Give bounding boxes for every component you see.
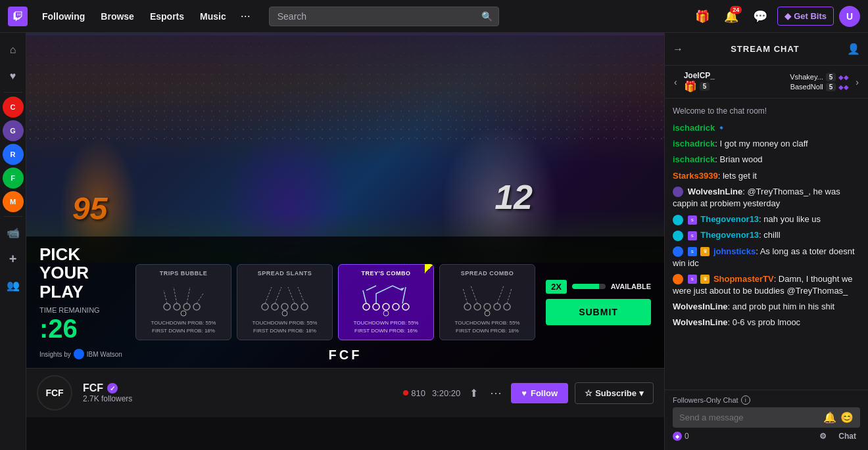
play-diagram-spread-slants	[255, 281, 314, 317]
music-nav[interactable]: Music	[193, 7, 233, 26]
chat-username-ischadrick-3[interactable]: ischadrick	[673, 154, 715, 164]
bell-icon[interactable]: 🔔	[823, 411, 836, 424]
video-background: 95 12 PICK YOUR PLAY TIME REMAINING :	[26, 33, 664, 368]
svg-line-36	[471, 286, 477, 304]
chat-username-thegovenor-2[interactable]: Thegovenor13	[700, 230, 759, 240]
chat-text-10: : and prob put him in his shit	[728, 302, 835, 311]
chat-username-ischadrick-1[interactable]: ischadrick	[673, 123, 715, 133]
chat-user-icon[interactable]: 👤	[847, 43, 860, 55]
chat-text-2: : I got my money on claff	[715, 139, 808, 148]
sidebar-video-icon[interactable]: 📹	[1, 221, 25, 244]
sidebar-channel-avatar-4[interactable]: F	[3, 168, 24, 189]
play-diagram-treys-combo	[356, 281, 416, 317]
play-submit-panel: 2X AVAILABLE SUBMIT	[546, 280, 651, 325]
svg-point-30	[474, 304, 481, 310]
search-input[interactable]	[269, 7, 499, 26]
chat-settings-row: ◆ 0 ⚙ Chat	[673, 428, 860, 445]
channel-followers: 2.7K followers	[83, 394, 393, 403]
chat-avatar-johnsticks	[673, 246, 683, 257]
chat-username-wolvesinline-1[interactable]: WolvesInLine	[688, 187, 743, 196]
gift-count-left: 5	[700, 82, 710, 91]
play-stats-trips-bubble: TOUCHDOWN PROB: 55%FIRST DOWN PROB: 18%	[151, 319, 216, 334]
sidebar-divider-1	[4, 92, 22, 93]
gift-next-button[interactable]: ›	[854, 76, 860, 89]
gift-prev-button[interactable]: ‹	[673, 76, 679, 89]
svg-line-37	[497, 286, 504, 304]
play-diagram-spread-combo	[458, 281, 517, 317]
follow-button[interactable]: ♥ Follow	[511, 383, 568, 403]
sidebar-home-icon[interactable]: ⌂	[1, 38, 25, 62]
chat-title: STREAM CHAT	[731, 44, 800, 54]
svg-line-25	[363, 290, 366, 304]
browse-nav[interactable]: Browse	[94, 7, 141, 26]
bits-count: 0	[685, 432, 689, 441]
twitch-logo[interactable]	[8, 7, 28, 26]
play-card-spread-slants[interactable]: SPREAD SLANTS	[237, 264, 333, 340]
svg-line-16	[275, 287, 281, 304]
chat-collapse-button[interactable]: →	[673, 43, 683, 55]
info-icon[interactable]: i	[741, 395, 750, 405]
chat-message-6: s Thegovenor13: nah you like us	[673, 214, 860, 225]
play-name-spread-combo: SPREAD COMBO	[461, 270, 514, 277]
video-player[interactable]: 95 12 PICK YOUR PLAY TIME REMAINING :	[26, 33, 664, 368]
notifications-button[interactable]: 🔔 24	[719, 5, 743, 28]
chat-username-ischadrick-2[interactable]: ischadrick	[673, 139, 715, 148]
play-stats-spread-combo: TOUCHDOWN PROB: 55%FIRST DOWN PROB: 18%	[455, 319, 520, 334]
twitch-icon	[12, 11, 24, 22]
bits-icon-counter: ◆	[673, 432, 682, 441]
svg-point-20	[373, 304, 379, 310]
play-card-spread-combo[interactable]: SPREAD COMBO	[439, 264, 535, 340]
gift-icon: 🎁	[684, 80, 697, 93]
sidebar-channel-avatar-5[interactable]: M	[3, 191, 24, 212]
chat-badge-sub-2: s	[688, 231, 697, 240]
chat-username-wolvesinline-2[interactable]: WolvesInLine	[673, 302, 728, 311]
chat-message-8: s ♛ johnsticks: As long as a toter doesn…	[673, 246, 860, 269]
chat-message-input[interactable]	[679, 413, 819, 422]
time-value: :26	[39, 314, 125, 344]
channel-logo[interactable]: FCF	[37, 375, 72, 411]
sidebar-channel-avatar-3[interactable]: R	[3, 144, 24, 165]
svg-point-4	[181, 311, 186, 316]
submit-button[interactable]: SUBMIT	[546, 299, 651, 325]
chat-username-starks[interactable]: Starks3939	[673, 171, 718, 181]
chat-username-johnsticks[interactable]: johnsticks	[713, 246, 756, 256]
gift-button[interactable]: 🎁	[690, 5, 714, 28]
chat-message-4: Starks3939: lets get it	[673, 170, 860, 182]
chat-username-shopmaster[interactable]: ShopmasterTV	[713, 274, 774, 284]
subscribe-button[interactable]: ☆ Subscribe ▾	[575, 382, 654, 404]
gift-username-left: JoelCP_	[684, 71, 785, 80]
emote-icon[interactable]: 😊	[840, 411, 854, 424]
chat-send-button[interactable]: Chat	[834, 430, 860, 442]
sidebar-channel-avatar-1[interactable]: C	[3, 97, 24, 118]
available-label: AVAILABLE	[611, 282, 651, 290]
following-nav[interactable]: Following	[36, 7, 91, 26]
chat-username-wolvesinline-3[interactable]: WolvesInLine	[673, 317, 728, 327]
bits-icon-small-2: ◆◆	[838, 83, 849, 91]
play-name-treys-combo: TREY'S COMBO	[361, 270, 410, 277]
chat-text-6: : nah you like us	[759, 214, 821, 224]
time-remaining-label: TIME REMAINING	[39, 306, 125, 314]
sidebar-channel-avatar-2[interactable]: G	[3, 120, 24, 141]
play-cards-container: TRIPS BUBBLE	[135, 264, 535, 340]
search-icon: 🔍	[481, 11, 493, 22]
svg-point-1	[174, 304, 180, 310]
esports-nav[interactable]: Esports	[143, 7, 191, 26]
share-button[interactable]: ⬆	[467, 384, 481, 402]
chat-message-5: WolvesInLine: @TreyThomas_, he was cappi…	[673, 186, 860, 210]
messages-button[interactable]: 💬	[748, 5, 772, 28]
play-stats-treys-combo: TOUCHDOWN PROB: 55%FIRST DOWN PROB: 16%	[354, 319, 419, 334]
more-nav[interactable]: ···	[235, 5, 256, 27]
settings-button[interactable]: ⚙	[815, 430, 831, 442]
chat-input-area: Followers-Only Chat i 🔔 😊 ◆ 0 ⚙ Chat	[665, 390, 868, 450]
user-avatar[interactable]: U	[839, 6, 860, 27]
play-card-trips-bubble[interactable]: TRIPS BUBBLE	[135, 264, 231, 340]
play-card-treys-combo[interactable]: TREY'S COMBO	[338, 264, 434, 340]
chat-username-thegovenor-1[interactable]: Thegovenor13	[700, 214, 759, 224]
sidebar-add-icon[interactable]: +	[1, 247, 25, 271]
sidebar-friends-icon[interactable]: 👥	[1, 273, 25, 297]
get-bits-button[interactable]: ◆ Get Bits	[777, 7, 834, 26]
play-diagram-trips-bubble	[154, 281, 213, 317]
more-options-button[interactable]: ⋯	[487, 383, 504, 403]
gift-icon-area: 🎁 5	[684, 80, 785, 93]
sidebar-following-icon[interactable]: ♥	[1, 64, 25, 88]
